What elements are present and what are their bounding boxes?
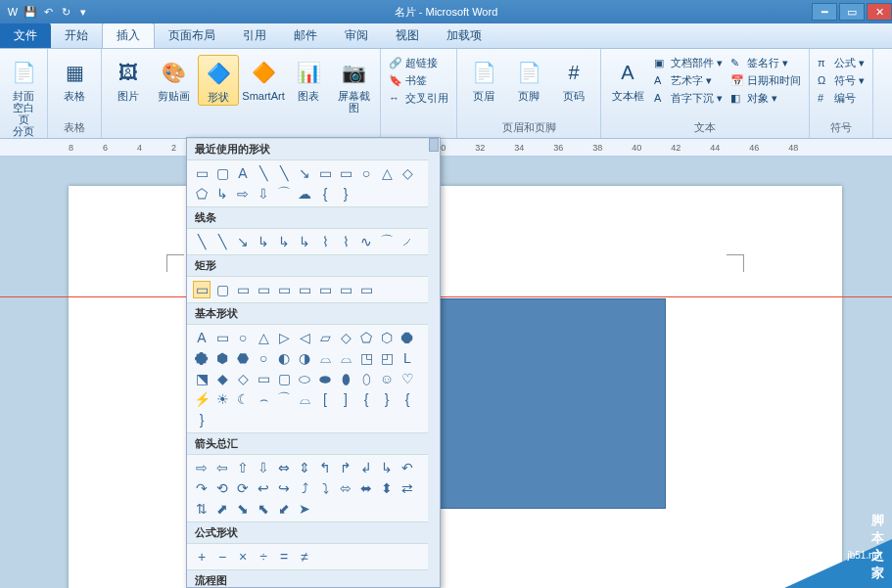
tab-layout[interactable]: 页面布局 [155,23,229,48]
shape-item[interactable]: ⬠ [193,185,211,203]
shape-item[interactable]: ╲ [255,164,272,182]
shape-item[interactable]: ⬋ [275,500,293,518]
shape-item[interactable]: ╲ [213,233,231,250]
minimize-button[interactable]: ━ [812,3,837,21]
shape-item[interactable]: ▭ [255,281,272,298]
dropcap-button[interactable]: A首字下沉 ▾ [652,90,725,107]
menu-scrollbar[interactable] [428,138,440,587]
shape-item[interactable]: ⌓ [296,390,313,408]
tab-file[interactable]: 文件 [0,23,51,48]
shape-item[interactable]: ⬯ [357,370,375,387]
maximize-button[interactable]: ▭ [839,3,865,21]
shape-item[interactable]: ▭ [193,281,211,298]
shape-item[interactable]: ⇔ [275,459,293,476]
shape-item[interactable]: △ [255,329,272,346]
shape-item[interactable]: ⯃ [399,329,416,346]
shape-item[interactable]: ▭ [193,164,211,182]
shape-item[interactable]: ○ [234,329,252,346]
shape-item[interactable]: ⬔ [193,370,211,387]
shape-item[interactable]: } [193,411,211,429]
shape-item[interactable]: ▭ [357,281,375,298]
screenshot-button[interactable]: 📷屏幕截图 [333,55,374,115]
shape-item[interactable]: ⌒ [275,185,293,203]
hyperlink-button[interactable]: 🔗超链接 [387,55,450,71]
shape-item[interactable]: ☾ [234,390,252,408]
shape-item[interactable]: ▭ [296,281,313,298]
shape-item[interactable]: ◰ [378,349,396,367]
shape-item[interactable]: ⬢ [213,349,231,367]
shape-item[interactable]: ◇ [234,370,252,387]
qat-dropdown-icon[interactable]: ▾ [76,5,90,19]
shape-item[interactable]: ⇧ [234,459,252,476]
shape-item[interactable]: × [234,548,252,565]
shape-item[interactable]: ⌓ [337,349,354,367]
tab-review[interactable]: 审阅 [331,23,382,48]
tab-insert[interactable]: 插入 [102,23,155,48]
shape-item[interactable]: ➤ [296,500,313,518]
shape-item[interactable]: ⬭ [296,370,313,387]
shape-item[interactable]: ○ [357,164,375,182]
shape-item[interactable]: ⇩ [255,459,272,476]
shape-item[interactable]: ◆ [213,370,231,387]
shape-item[interactable]: △ [378,164,396,182]
shape-item[interactable]: ◳ [357,349,375,367]
shapes-button[interactable]: 🔷形状 [198,55,239,106]
quickparts-button[interactable]: ▣文档部件 ▾ [652,55,725,71]
shape-item[interactable]: ↱ [337,459,354,476]
shape-item[interactable]: ⇦ [213,459,231,476]
shape-item[interactable]: ⬮ [337,370,354,387]
tab-home[interactable]: 开始 [51,23,102,48]
shape-item[interactable]: + [193,548,211,565]
shape-item[interactable]: ▭ [234,281,252,298]
shape-item[interactable]: ↳ [378,459,396,476]
shape-item[interactable]: ↳ [255,233,272,250]
clipart-button[interactable]: 🎨剪贴画 [153,55,194,104]
header-button[interactable]: 📄页眉 [463,55,504,104]
signature-button[interactable]: ✎签名行 ▾ [728,55,803,71]
shape-item[interactable]: ⬉ [255,500,272,518]
number-button[interactable]: #编号 [816,90,867,107]
shape-item[interactable]: ⬠ [357,329,375,346]
bookmark-button[interactable]: 🔖书签 [387,72,450,89]
shape-item[interactable]: ♡ [399,370,416,387]
shape-item[interactable]: ◁ [296,329,313,346]
textbox-button[interactable]: A文本框 [607,55,648,104]
shape-item[interactable]: ⟋ [399,233,416,250]
shape-item[interactable]: [ [316,390,334,408]
close-button[interactable]: ✕ [867,3,892,21]
shape-item[interactable]: ↷ [193,479,211,497]
shape-item[interactable]: ⌒ [378,233,396,250]
shape-item[interactable]: ⇄ [399,479,416,497]
shape-item[interactable]: ⌒ [275,390,293,408]
shape-item[interactable]: ⟳ [234,479,252,497]
symbol-button[interactable]: Ω符号 ▾ [816,72,867,89]
shape-item[interactable]: ▭ [255,370,272,387]
shape-item[interactable]: { [357,390,375,408]
shape-item[interactable]: ⌇ [316,233,334,250]
shape-item[interactable]: ⟲ [213,479,231,497]
shape-item[interactable]: ⬬ [316,370,334,387]
shape-item[interactable]: ◇ [399,164,416,182]
shape-item[interactable]: ⬄ [337,479,354,497]
shape-item[interactable]: ○ [255,349,272,367]
tab-addins[interactable]: 加载项 [433,23,495,48]
shape-item[interactable]: ↶ [399,459,416,476]
shape-item[interactable]: ↳ [213,185,231,203]
shape-item[interactable]: ⤴ [296,479,313,497]
shape-item[interactable]: − [213,548,231,565]
picture-button[interactable]: 🖼图片 [108,55,149,104]
equation-button[interactable]: π公式 ▾ [816,55,867,71]
shape-item[interactable]: ⬈ [213,500,231,518]
shape-item[interactable]: } [337,185,354,203]
shape-item[interactable]: ╲ [193,233,211,250]
shape-item[interactable]: ☺ [378,370,396,387]
shape-item[interactable]: ÷ [255,548,272,565]
shape-item[interactable]: ] [337,390,354,408]
shape-item[interactable]: ☀ [213,390,231,408]
table-button[interactable]: ▦表格 [54,55,95,104]
shape-item[interactable]: ⬡ [378,329,396,346]
page[interactable] [69,186,842,588]
shape-item[interactable]: ∿ [357,233,375,250]
tab-view[interactable]: 视图 [382,23,433,48]
datetime-button[interactable]: 📅日期和时间 [728,72,803,89]
